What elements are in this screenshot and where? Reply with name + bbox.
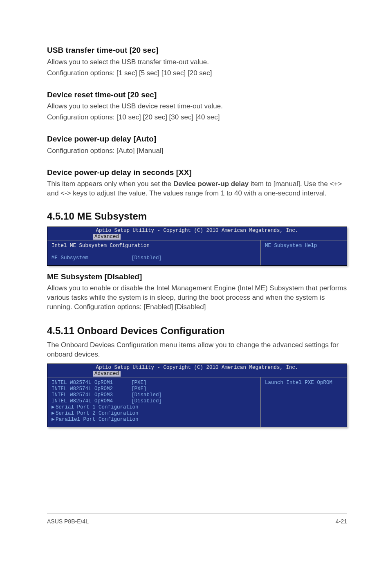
bios-left-pane: Intel ME Subsystem Configuration ME Subs…: [47, 240, 261, 265]
bios-option-row: INTEL W82574L OpROM3 [Disabled]: [52, 392, 162, 398]
bios-option-row: INTEL W82574L OpROM4 [Disabled]: [52, 398, 162, 404]
text-onboard-devices-intro: The Onboard Devices Configuration menu i…: [47, 341, 347, 359]
heading-4-5-11: 4.5.11 Onboard Devices Configuration: [47, 324, 347, 337]
bios-screenshot-me-subsystem: Aptio Setup Utility - Copyright (C) 2010…: [47, 227, 347, 266]
bios-tab-row: Advanced: [47, 234, 347, 240]
heading-powerup-delay: Device power-up delay [Auto]: [47, 134, 347, 144]
bios-help-pane: ME Subsystem Help: [261, 240, 347, 265]
heading-powerup-delay-seconds: Device power-up delay in seconds [XX]: [47, 167, 347, 178]
text-device-reset-opts: Configuration options: [10 sec] [20 sec]…: [47, 113, 347, 122]
triangle-right-icon: ▶: [52, 417, 56, 423]
footer-left: ASUS P8B-E/4L: [47, 518, 89, 525]
text-fragment-bold: Device power-up delay: [173, 180, 249, 188]
bios-submenu-link: Serial Port 2 Configuration: [56, 411, 139, 416]
page-footer: ASUS P8B-E/4L 4-21: [47, 513, 347, 525]
text-device-reset-desc: Allows you to select the USB device rese…: [47, 102, 347, 111]
text-usb-transfer-opts: Configuration options: [1 sec] [5 sec] […: [47, 69, 347, 78]
bios-tab-row: Advanced: [47, 371, 347, 377]
bios-tab-advanced: Advanced: [93, 371, 121, 377]
bios-option-row: INTEL W82574L OpROM2 [PXE]: [52, 386, 147, 392]
text-powerup-delay-seconds-desc: This item appears only when you set the …: [47, 180, 347, 198]
heading-usb-transfer: USB transfer time-out [20 sec]: [47, 45, 347, 56]
bios-submenu-link: Serial Port 1 Configuration: [56, 404, 139, 410]
bios-screenshot-onboard-devices: Aptio Setup Utility - Copyright (C) 2010…: [47, 364, 347, 427]
text-usb-transfer-desc: Allows you to select the USB transfer ti…: [47, 58, 347, 67]
bios-submenu-link: Parallel Port Configuration: [56, 417, 139, 422]
bios-header: Aptio Setup Utility - Copyright (C) 2010…: [47, 227, 347, 234]
heading-device-reset: Device reset time-out [20 sec]: [47, 90, 347, 100]
text-me-subsystem-desc: Allows you to enable or disable the Inte…: [47, 284, 347, 312]
triangle-right-icon: ▶: [52, 411, 56, 417]
text-fragment: This item appears only when you set the: [47, 180, 173, 188]
heading-me-subsystem-disabled: ME Subsystem [Disabled]: [47, 272, 347, 282]
bios-help-pane: Launch Intel PXE OpROM: [261, 377, 347, 427]
bios-option-row: INTEL W82574L OpROM1 [PXE]: [52, 380, 147, 386]
bios-header: Aptio Setup Utility - Copyright (C) 2010…: [47, 364, 347, 371]
bios-left-pane: INTEL W82574L OpROM1 [PXE] INTEL W82574L…: [47, 377, 261, 427]
text-powerup-delay-opts: Configuration options: [Auto] [Manual]: [47, 146, 347, 156]
bios-section-title: Intel ME Subsystem Configuration: [52, 243, 150, 249]
footer-page-number: 4-21: [336, 518, 347, 525]
bios-tab-advanced: Advanced: [93, 234, 121, 240]
heading-4-5-10: 4.5.10 ME Subsystem: [47, 210, 347, 223]
triangle-right-icon: ▶: [52, 404, 56, 411]
bios-option-row: ME Subsystem [Disabled]: [52, 255, 162, 261]
